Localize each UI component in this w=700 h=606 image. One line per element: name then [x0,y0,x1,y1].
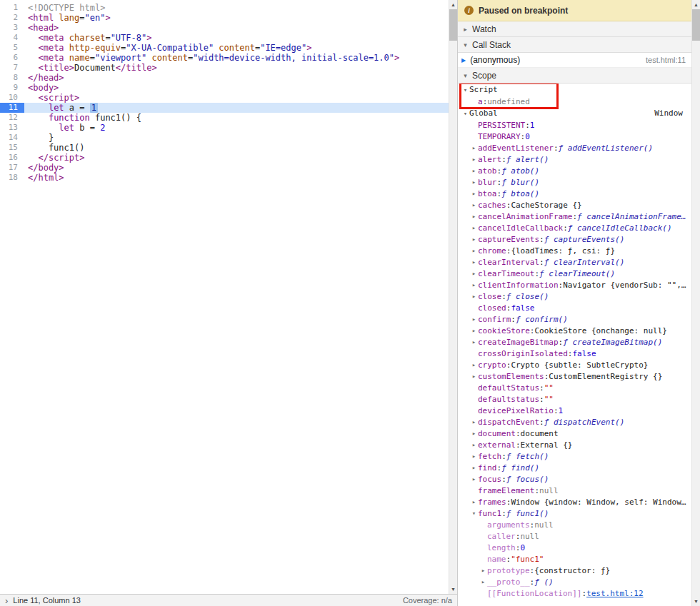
code-line-text[interactable]: </html> [24,173,449,183]
expand-icon[interactable]: ▸ [470,338,478,345]
line-number[interactable]: 16 [0,153,24,163]
scope-property[interactable]: devicePixelRatio: 1 [458,405,691,416]
code-line-text[interactable]: </head> [24,73,449,83]
scope-property[interactable]: ▸caches: CacheStorage {} [458,199,691,211]
scope-property[interactable]: ▸atob: ƒ atob() [458,165,691,176]
scroll-down-icon[interactable]: ▼ [449,585,457,594]
expand-icon[interactable]: ▸ [470,315,478,323]
window-scrollbar[interactable]: ▲ ▼ [691,0,700,606]
code-line-text[interactable]: function func1() { [24,113,449,123]
scope-property[interactable]: ▸clientInformation: Navigator {vendorSub… [458,279,691,291]
scrollbar-thumb[interactable] [692,9,700,41]
scope-property[interactable]: length: 0 [458,542,691,553]
expand-icon[interactable]: ▸ [470,475,478,483]
code-line-text[interactable]: <script> [24,93,449,103]
scope-property[interactable]: ▸alert: ƒ alert() [458,153,691,165]
code-line-text[interactable]: func1() [24,143,449,153]
expand-icon[interactable]: ▸ [470,498,478,505]
scrollbar-thumb[interactable] [449,9,457,41]
scroll-up-icon[interactable]: ▲ [449,0,457,9]
scope-property[interactable]: ▸clearInterval: ƒ clearInterval() [458,256,691,268]
line-number[interactable]: 6 [0,53,24,63]
collapse-icon[interactable]: ▾ [470,510,478,517]
line-number[interactable]: 15 [0,143,24,153]
expand-icon[interactable]: ▸ [470,441,478,448]
line-number[interactable]: 4 [0,33,24,43]
scope-property[interactable]: PERSISTENT: 1 [458,119,691,131]
scope-property[interactable]: ▸cancelAnimationFrame: ƒ cancelAnimation… [458,211,691,222]
scope-property[interactable]: ▸prototype: {constructor: ƒ} [458,565,691,576]
collapse-icon[interactable]: ▾ [461,72,469,79]
line-number[interactable]: 5 [0,43,24,53]
code-editor[interactable]: 1<!DOCTYPE html>2<html lang="en">3<head>… [0,0,449,594]
expand-icon[interactable]: ▸ [470,361,478,368]
code-line-text[interactable]: <meta http-equiv="X-UA-Compatible" conte… [24,43,449,53]
code-line-text[interactable]: </script> [24,153,449,163]
line-number[interactable]: 3 [0,23,24,33]
expand-icon[interactable]: ▸ [461,26,469,33]
scope-property[interactable]: ▸dispatchEvent: ƒ dispatchEvent() [458,416,691,428]
scope-property[interactable]: ▸clearTimeout: ƒ clearTimeout() [458,268,691,279]
expand-icon[interactable]: ▸ [470,156,478,163]
scope-property[interactable]: ▸close: ƒ close() [458,291,691,302]
scope-property[interactable]: a: undefined [458,96,691,107]
scrollbar-track[interactable] [449,41,457,585]
scope-property[interactable]: ▸frames: Window {window: Window, self: W… [458,496,691,507]
call-stack-section-header[interactable]: ▾ Call Stack [458,37,691,53]
scope-property[interactable]: ▸find: ƒ find() [458,462,691,473]
expand-icon[interactable]: ▸ [470,418,478,425]
expand-icon[interactable]: ▸ [470,224,478,231]
code-line-text[interactable]: } [24,133,449,143]
scope-property[interactable]: closed: false [458,302,691,313]
scope-property[interactable]: ▸confirm: ƒ confirm() [458,313,691,325]
scope-property[interactable]: ▸blur: ƒ blur() [458,176,691,188]
expand-icon[interactable]: ▸ [470,178,478,186]
line-number[interactable]: 18 [0,173,24,183]
scope-property[interactable]: ▸captureEvents: ƒ captureEvents() [458,233,691,245]
expand-icon[interactable]: ▸ [470,373,478,380]
scope-property[interactable]: ▸fetch: ƒ fetch() [458,450,691,462]
scope-property[interactable]: defaultStatus: "" [458,382,691,393]
scope-property[interactable]: ▸crypto: Crypto {subtle: SubtleCrypto} [458,359,691,370]
expand-icon[interactable]: ▸ [470,293,478,300]
code-line-text[interactable]: <html lang="en"> [24,13,449,23]
line-number[interactable]: 14 [0,133,24,143]
scope-property[interactable]: crossOriginIsolated: false [458,348,691,359]
expand-icon[interactable]: ▸ [470,201,478,208]
line-number[interactable]: 10 [0,93,24,103]
collapse-icon[interactable]: ▾ [461,86,469,94]
scope-section-header[interactable]: ▾ Scope [458,68,691,84]
line-number[interactable]: 9 [0,83,24,93]
scope-property[interactable]: name: "func1" [458,553,691,565]
expand-icon[interactable]: ▸ [470,430,478,437]
scrollbar-track[interactable] [692,41,700,597]
scope-property[interactable]: ▸createImageBitmap: ƒ createImageBitmap(… [458,336,691,348]
editor-scrollbar[interactable]: ▲ ▼ [449,0,457,594]
code-line-text[interactable]: <meta charset="UTF-8"> [24,33,449,43]
line-number[interactable]: 11 [0,103,24,113]
expand-icon[interactable]: ▸ [470,464,478,471]
code-line-text[interactable]: let a = 1 [24,103,449,113]
line-number[interactable]: 1 [0,3,24,13]
expand-icon[interactable]: ▸ [470,213,478,220]
scope-property[interactable]: ▸addEventListener: ƒ addEventListener() [458,142,691,153]
scope-property[interactable]: frameElement: null [458,485,691,496]
scope-property[interactable]: [[FunctionLocation]]: test.html:12 [458,587,691,599]
scope-property[interactable]: TEMPORARY: 0 [458,131,691,142]
line-number[interactable]: 12 [0,113,24,123]
collapse-icon[interactable]: ▾ [461,110,469,117]
scope-property[interactable]: ▸customElements: CustomElementRegistry {… [458,370,691,382]
line-number[interactable]: 13 [0,123,24,133]
line-number[interactable]: 8 [0,73,24,83]
code-line-text[interactable]: let b = 2 [24,123,449,133]
expand-icon[interactable]: ▸ [470,270,478,277]
code-line-text[interactable]: </body> [24,163,449,173]
expand-icon[interactable]: ▸ [470,247,478,254]
scope-property[interactable]: defaultstatus: "" [458,393,691,405]
scope-group-header[interactable]: ▾Script [458,84,691,96]
code-line-text[interactable]: <meta name="viewport" content="width=dev… [24,53,449,63]
scope-group-header[interactable]: ▾GlobalWindow [458,107,691,119]
expand-icon[interactable]: ▸ [479,578,487,585]
code-line-text[interactable]: <head> [24,23,449,33]
expand-icon[interactable]: ▸ [479,567,487,574]
